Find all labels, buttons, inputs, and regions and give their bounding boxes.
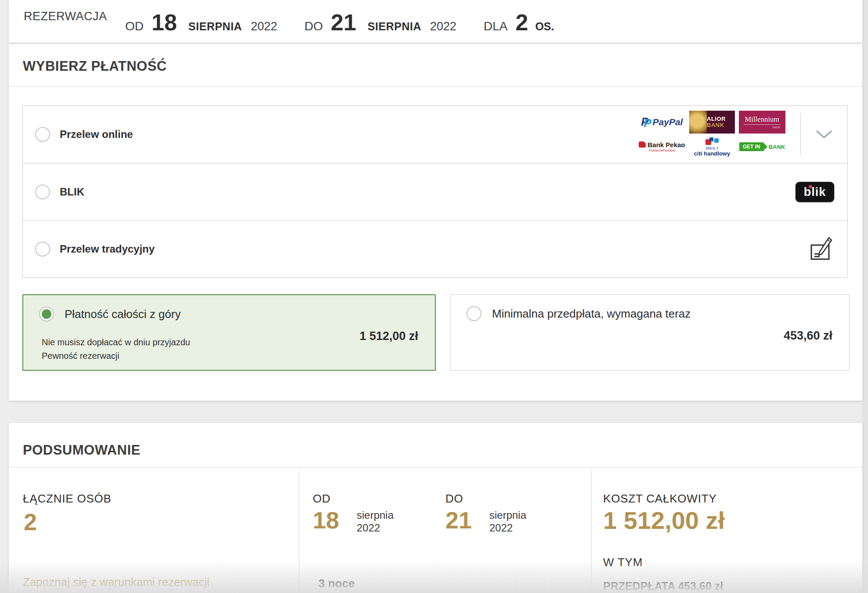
to-month: SIERPNIA — [368, 21, 421, 32]
to-label: DO — [304, 20, 323, 33]
blik-radio[interactable] — [35, 184, 50, 199]
reservation-header-bar: REZERWACJA OD 18 SIERPNIA 2022 DO 21 SIE… — [9, 0, 862, 43]
payment-method-przelew-tradycyjny[interactable]: Przelew tradycyjny — [23, 220, 847, 277]
prepayment-line: PRZEDPŁATA 453,60 zł — [603, 580, 723, 593]
total-cost-label: KOSZT CAŁKOWITY — [603, 492, 717, 506]
prepayment-value: 453,60 zł — [678, 580, 723, 592]
blik-label: BLIK — [60, 186, 84, 198]
booking-dates-strip: OD 18 SIERPNIA 2022 DO 21 SIERPNIA 2022 … — [125, 11, 554, 34]
summary-to-month-year: sierpnia 2022 — [489, 509, 526, 534]
including-label: W TYM — [603, 556, 643, 569]
alior-statue-icon — [689, 111, 707, 134]
przelew-tradycyjny-radio[interactable] — [35, 242, 50, 257]
summary-to-day: 21 — [445, 508, 472, 532]
chevron-down-icon[interactable] — [814, 128, 834, 141]
reservation-terms-link[interactable]: Zapoznaj się z warunkami rezerwacji — [23, 575, 210, 589]
from-day: 18 — [152, 11, 177, 34]
alior-bank-logo: ALIORBANK — [689, 111, 735, 134]
prepayment-label: PRZEDPŁATA — [603, 580, 675, 592]
total-cost-value: 1 512,00 zł — [603, 508, 725, 533]
pekao-bison-icon — [639, 141, 646, 148]
logos-chevron-divider — [800, 113, 801, 155]
przelew-online-label: Przelew online — [60, 128, 133, 141]
pencil-document-icon — [810, 236, 834, 262]
przelew-online-radio[interactable] — [35, 127, 50, 142]
citi-squares-icon — [705, 137, 719, 145]
plan-full-price: 1 512,00 zł — [359, 329, 418, 343]
plan-minimal-label: Minimalna przedpłata, wymagana teraz — [492, 307, 691, 321]
plan-minimal-price: 453,60 zł — [784, 329, 832, 343]
bank-pekao-logo: Bank Pekao Pekao24Przelew — [639, 135, 685, 158]
summary-from-label: OD — [313, 492, 331, 506]
plan-full-payment[interactable]: Płatność całości z góry 1 512,00 zł Nie … — [22, 294, 436, 371]
payment-heading: WYBIERZ PŁATNOŚĆ — [23, 58, 167, 74]
payment-methods-list: Przelew online PP PayPal ALIORBANK — [22, 105, 848, 278]
column-divider — [299, 468, 300, 593]
plan-full-benefits: Nie musisz dopłacać w dniu przyjazdu Pew… — [42, 336, 190, 363]
benefit-line: Pewność rezerwacji — [42, 349, 190, 363]
bank-logos-grid: PP PayPal ALIORBANK Millennium bank — [639, 111, 785, 158]
benefit-line: Nie musisz dopłacać w dniu przyjazdu — [42, 336, 190, 349]
plan-full-label: Płatność całości z góry — [65, 307, 181, 321]
millennium-bank-logo: Millennium bank — [739, 111, 785, 134]
persons-count: 2 — [516, 11, 528, 34]
summary-to-label: DO — [445, 492, 463, 506]
column-divider — [591, 468, 592, 593]
citi-handlowy-logo: płacę z citi handlowy — [689, 135, 735, 158]
summary-section: PODSUMOWANIE ŁĄCZNIE OSÓB 2 Zapoznaj się… — [9, 423, 862, 593]
persons-total-label: ŁĄCZNIE OSÓB — [23, 492, 112, 506]
summary-columns: ŁĄCZNIE OSÓB 2 Zapoznaj się z warunkami … — [9, 468, 862, 593]
for-label: DLA — [484, 20, 507, 33]
blik-logo: blik — [796, 182, 834, 202]
persons-unit: OS. — [535, 21, 554, 32]
persons-total-value: 2 — [24, 510, 37, 534]
to-year: 2022 — [430, 21, 456, 33]
payment-section: WYBIERZ PŁATNOŚĆ Przelew online PP PayPa… — [9, 43, 862, 401]
getin-bank-logo: GET IN BANK — [739, 135, 785, 158]
paypal-icon: PP — [641, 116, 651, 128]
summary-heading: PODSUMOWANIE — [23, 442, 141, 458]
from-year: 2022 — [251, 21, 277, 33]
reservation-title: REZERWACJA — [24, 10, 107, 23]
payment-method-blik[interactable]: BLIK blik — [23, 163, 847, 220]
plan-full-radio-selected[interactable] — [39, 307, 54, 322]
from-month: SIERPNIA — [188, 21, 242, 32]
plan-minimal-radio[interactable] — [467, 306, 481, 321]
nights-count: 3 noce — [318, 577, 354, 590]
scrollbar-track[interactable] — [862, 0, 868, 593]
blik-dot-icon — [809, 185, 812, 188]
payment-method-przelew-online[interactable]: Przelew online PP PayPal ALIORBANK — [23, 106, 847, 163]
plan-minimal-prepayment[interactable]: Minimalna przedpłata, wymagana teraz 453… — [450, 294, 850, 371]
przelew-tradycyjny-label: Przelew tradycyjny — [60, 243, 155, 255]
heading-divider — [9, 86, 862, 87]
to-day: 21 — [331, 11, 356, 34]
from-label: OD — [125, 20, 144, 33]
paypal-logo: PP PayPal — [639, 111, 685, 134]
summary-from-month-year: sierpnia 2022 — [357, 509, 394, 534]
summary-from-day: 18 — [313, 508, 339, 532]
